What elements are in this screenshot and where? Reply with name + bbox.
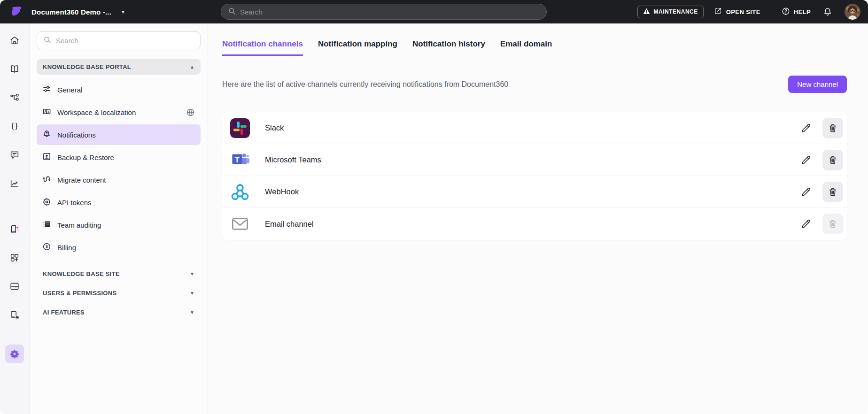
sidebar-search-input[interactable] (56, 37, 194, 45)
question-circle-icon (782, 7, 790, 17)
section-label: KNOWLEDGE BASE SITE (43, 270, 120, 277)
drive-icon[interactable] (5, 277, 24, 296)
warning-triangle-icon (643, 8, 650, 16)
feedback-comment-icon[interactable] (5, 146, 24, 164)
sidebar-item-label: Backup & Restore (57, 153, 114, 161)
sidebar-item-team-auditing[interactable]: Team auditing (37, 215, 201, 235)
sidebar-item-general[interactable]: General (37, 79, 201, 100)
sidebar-item-api-tokens[interactable]: API tokens (37, 192, 201, 213)
section-label: USERS & PERMISSIONS (43, 290, 116, 297)
sidebar-item-label: Migrate content (57, 176, 106, 184)
migrate-icon (42, 175, 51, 185)
audit-list-icon (42, 220, 51, 230)
sidebar-item-billing[interactable]: $ Billing (37, 237, 201, 258)
backup-icon (42, 152, 51, 163)
trash-icon (828, 219, 838, 229)
topbar: Document360 Demo -... ▼ MAINTENANCE OPEN… (0, 0, 868, 23)
svg-text:A: A (44, 109, 46, 113)
bell-plus-icon (42, 130, 51, 140)
globe-icon[interactable] (186, 108, 195, 117)
sidebar-item-label: General (57, 86, 82, 94)
pencil-icon (800, 218, 812, 230)
sidebar-item-notifications[interactable]: Notifications (37, 124, 201, 145)
home-icon[interactable] (5, 31, 24, 50)
analytics-icon[interactable] (5, 174, 24, 193)
delete-channel-button[interactable] (822, 182, 843, 202)
channel-name: Email channel (265, 220, 314, 229)
edit-channel-button[interactable] (799, 153, 813, 167)
svg-text:z̄: z̄ (47, 109, 49, 113)
sliders-icon (42, 84, 51, 95)
maintenance-label: MAINTENANCE (654, 8, 698, 15)
api-gear-icon (42, 197, 51, 208)
main-content: Notification channels Notification mappi… (208, 23, 868, 414)
pencil-icon (800, 154, 812, 166)
widgets-icon[interactable] (5, 248, 24, 267)
ms-teams-logo: T (230, 150, 250, 170)
chevron-down-icon: ▼ (190, 310, 194, 315)
sidebar-search[interactable] (37, 31, 201, 49)
maintenance-badge[interactable]: MAINTENANCE (637, 6, 704, 18)
categories-icon[interactable] (5, 88, 24, 107)
dollar-circle-icon: $ (42, 242, 51, 253)
edit-channel-button[interactable] (799, 217, 813, 231)
delete-channel-button-disabled (822, 214, 843, 234)
icon-rail (0, 23, 30, 414)
email-envelope-icon (230, 214, 250, 234)
search-icon (228, 7, 236, 17)
kb-site-book-gear-icon[interactable] (5, 306, 24, 324)
svg-text:T: T (235, 155, 240, 163)
sidebar-item-workspace-localization[interactable]: Az̄ Workspace & localization (37, 102, 201, 123)
channel-row-ms-teams: T Microsoft Teams (222, 144, 847, 176)
api-braces-icon[interactable] (5, 117, 24, 136)
channel-row-email: Email channel (222, 208, 847, 240)
ai-book-icon[interactable] (5, 220, 24, 238)
settings-gear-icon[interactable] (5, 345, 24, 363)
channel-name: WebHook (265, 187, 299, 196)
sidebar-item-label: Workspace & localization (57, 108, 136, 116)
tab-notification-channels[interactable]: Notification channels (222, 39, 303, 56)
section-users-permissions[interactable]: USERS & PERMISSIONS ▼ (37, 284, 201, 303)
edit-channel-button[interactable] (799, 121, 813, 135)
open-site-label: OPEN SITE (726, 8, 760, 15)
settings-sidebar: KNOWLEDGE BASE PORTAL ▲ General Az̄ Work… (30, 23, 208, 414)
trash-icon (828, 123, 838, 133)
section-ai-features[interactable]: AI FEATURES ▼ (37, 303, 201, 322)
chevron-down-icon: ▼ (121, 9, 125, 15)
chevron-down-icon: ▼ (190, 291, 194, 296)
global-search-input[interactable] (240, 8, 540, 16)
trash-icon (828, 187, 838, 197)
svg-text:$: $ (46, 245, 48, 249)
tab-email-domain[interactable]: Email domain (500, 39, 552, 56)
new-channel-button[interactable]: New channel (788, 76, 847, 93)
edit-channel-button[interactable] (799, 185, 813, 199)
channels-description: Here are the list of active channels cur… (222, 80, 508, 89)
delete-channel-button[interactable] (822, 150, 843, 170)
channel-name: Slack (265, 123, 284, 132)
project-switcher[interactable]: Document360 Demo -... ▼ (10, 5, 125, 19)
section-knowledge-base-portal[interactable]: KNOWLEDGE BASE PORTAL ▲ (37, 59, 201, 75)
tab-notification-mapping[interactable]: Notification mapping (318, 39, 397, 56)
workspace-title: Document360 Demo -... (31, 8, 111, 16)
webhook-logo (230, 182, 250, 202)
user-avatar[interactable] (845, 4, 860, 20)
channel-name: Microsoft Teams (265, 155, 321, 164)
help-label: HELP (794, 8, 811, 15)
help-button[interactable]: HELP (782, 7, 811, 17)
docs-book-icon[interactable] (5, 60, 24, 78)
delete-channel-button[interactable] (822, 118, 843, 138)
slack-logo (230, 118, 250, 138)
tab-notification-history[interactable]: Notification history (412, 39, 485, 56)
global-search[interactable] (221, 4, 547, 20)
sidebar-item-label: API tokens (57, 199, 92, 207)
notification-tabs: Notification channels Notification mappi… (222, 39, 847, 56)
notifications-bell-icon[interactable] (823, 7, 832, 16)
sidebar-item-migrate-content[interactable]: Migrate content (37, 169, 201, 190)
open-site-button[interactable]: OPEN SITE (714, 7, 760, 16)
channel-row-webhook: WebHook (222, 176, 847, 208)
search-icon (43, 36, 51, 46)
chevron-up-icon: ▲ (190, 64, 194, 69)
app-window: Document360 Demo -... ▼ MAINTENANCE OPEN… (0, 0, 868, 414)
sidebar-item-backup-restore[interactable]: Backup & Restore (37, 147, 201, 168)
section-knowledge-base-site[interactable]: KNOWLEDGE BASE SITE ▼ (37, 264, 201, 284)
